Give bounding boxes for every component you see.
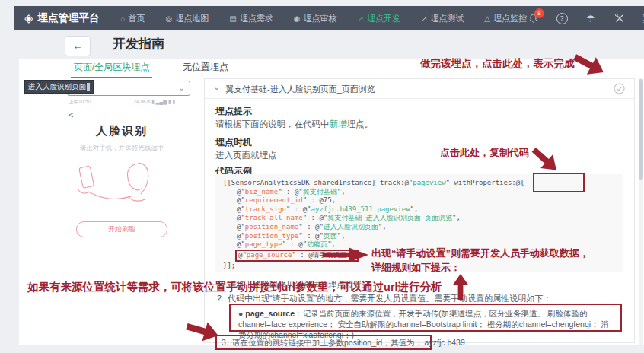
review-icon: ◉ [294,14,301,23]
url-annotation-note: 如果有来源位置统计等需求，可将该位置手动拼接到url参数里，可以通过url进行分… [27,278,234,295]
nav-item-review[interactable]: ◉埋点审核 [294,13,337,24]
annotation-copy-code: 点击此处，复制代码 [440,146,529,160]
phone-page-title: 人脸识别 [65,124,178,138]
phone-preview: 上午10:50 24.0K/s ▮ ▂▄▆ ▮ ▮ < 人脸识别 请正对手机，并… [65,96,178,237]
tools-icon[interactable] [614,12,626,24]
brand: ◈ 埋点管理平台 [24,11,100,25]
phone-page-subtitle: 请正对手机，并保持光线适中 [65,144,178,153]
app-window: ◈ 埋点管理平台 ⌂首页 ◎埋点地图 ▤埋点需求 ◉埋点审核 ↗埋点开发 ↗埋点… [0,0,644,353]
main-card: 页面/全局区块埋点 无位置埋点 ⌄ 进入人脸识别页面 上午10:50 24.0K… [19,59,644,345]
develop-icon: ↗ [358,14,364,23]
annotation-done: 做完该埋点，点击此处，表示完成 [420,57,575,71]
mark-complete-check-icon[interactable] [614,83,625,97]
platform-logo-icon: ◈ [24,11,33,25]
monitor-icon: △ [484,14,490,23]
collapse-chevron-icon[interactable]: ⌄ [213,82,220,92]
text-caret [87,83,90,91]
nav-items: ⌂首页 ◎埋点地图 ▤埋点需求 ◉埋点审核 ↗埋点开发 ↗埋点测试 △埋点监控 [121,13,527,24]
detail-body: 埋点提示 请根据下面的说明，在代码中新增埋点。 埋点时机 进入页面就埋点 代码示… [215,98,623,342]
phone-status-time: 上午10:50 [69,99,91,106]
hint-highlight: 新增 [330,119,347,129]
annotation-manual-line2: 详细规则如下提示： [371,261,461,275]
brand-title: 埋点管理平台 [38,11,100,25]
nav-right: 8 ? ☂ 翼支付⌄ [527,12,644,24]
code-line: @"track_all_name" : @"翼支付基础-进入人脸识别页面_页面浏… [223,214,616,223]
nav-item-test[interactable]: ↗埋点测试 [421,13,464,24]
detail-title: 翼支付基础-进入人脸识别页面_页面浏览 [225,84,375,95]
tracking-detail-panel: ⌄ 翼支付基础-进入人脸识别页面_页面浏览 埋点提示 请根据下面的说明，在代码中… [204,78,635,343]
nav-item-develop[interactable]: ↗埋点开发 [358,13,400,24]
nav-item-monitor[interactable]: △埋点监控 [484,13,527,24]
back-button[interactable]: ← [65,36,91,56]
tracking-point-filter-chip: 进入人脸识别页面 [24,80,94,94]
annotation-arrow-rules-up [451,274,470,300]
selfie-illustration [69,159,175,217]
phone-back-chevron: < [69,110,178,119]
annotation-manual-line1: 出现“请手动设置”则需要开发人员手动获取数据， [371,246,589,260]
code-line: @"position_type" : @"页面", [223,232,616,241]
notification-badge: 8 [534,8,544,18]
map-icon: ◎ [166,14,173,23]
tab-page-block-tracking[interactable]: 页面/全局区块埋点 [74,61,149,74]
timing-label: 埋点时机 [215,136,252,149]
timing-text: 进入页面就埋点 [215,150,277,161]
page-title: 开发指南 [113,35,164,52]
code-line: @"requirement_id" : @75, [223,196,616,205]
chevron-down-icon: ⌄ [178,83,185,93]
hint-label: 埋点提示 [215,105,252,118]
annotation-arrow-manual [323,246,368,263]
note-2: 2.代码中出现“请手动设置”的地方，需要开发人员设置值。需要手动设置的属性说明如… [217,293,551,304]
nav-item-requirement[interactable]: ▤埋点需求 [229,13,273,24]
bullet-key: page_source [245,309,295,318]
page-source-rule-box: ● page_source：记录当前页面的来源位置，开发手动传(加渠道埋点，区分… [229,304,622,332]
nav-item-home[interactable]: ⌂首页 [121,13,145,24]
code-line: @"track_sign" : @"ayzfjc.b439_511.pagevi… [223,205,616,215]
detail-header: ⌄ 翼支付基础-进入人脸识别页面_页面浏览 [205,79,634,99]
home-icon: ⌂ [121,14,126,23]
requirement-icon: ▤ [229,14,236,23]
top-navbar: ◈ 埋点管理平台 ⌂首页 ◎埋点地图 ▤埋点需求 ◉埋点审核 ↗埋点开发 ↗埋点… [14,6,644,30]
tab-no-position-tracking[interactable]: 无位置埋点 [183,61,228,74]
nav-item-map[interactable]: ◎埋点地图 [166,13,209,24]
code-line: @"position_name" : @"进入人脸识别页面", [223,223,616,232]
copy-button-highlight-box [533,173,585,192]
phone-status-icons: 24.0K/s ▮ ▂▄▆ ▮ ▮ [133,99,175,106]
hint-text: 请根据下面的说明，在代码中新增埋点。 [215,119,373,130]
position-id-value: ayzfjc.b439 [422,338,465,347]
bell-icon[interactable]: 8 [527,12,539,24]
scrollbar-thumb[interactable] [639,79,643,180]
help-icon[interactable]: ? [556,12,568,24]
umbrella-icon[interactable]: ☂ [585,12,597,24]
start-face-scan-button: 开始刷脸 [76,221,167,237]
test-icon: ↗ [421,14,427,23]
note-3-box: 3.请在位置的跳转链接中加上参数position_id，其值为： ayzfjc.… [215,335,432,350]
phone-status-bar: 上午10:50 24.0K/s ▮ ▂▄▆ ▮ ▮ [65,96,178,106]
